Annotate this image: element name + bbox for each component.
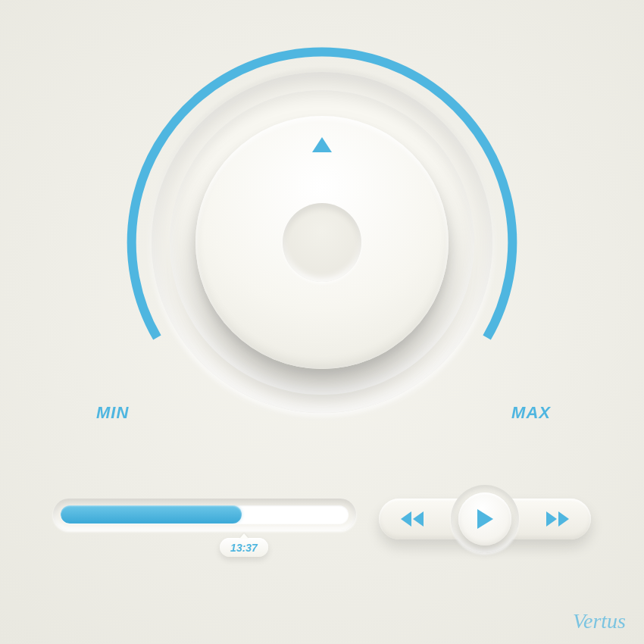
- rewind-button[interactable]: [394, 504, 430, 534]
- pointer-up-icon: [312, 137, 332, 152]
- rewind-icon: [399, 510, 426, 528]
- play-icon: [475, 508, 495, 530]
- brand-watermark: Vertus: [573, 609, 626, 633]
- dial-min-label: MIN: [96, 405, 129, 421]
- progress-bar-area: 13:37: [53, 499, 356, 530]
- volume-dial-area: MIN MAX: [110, 30, 534, 455]
- progress-fill: [61, 505, 242, 524]
- progress-track[interactable]: [61, 505, 349, 524]
- play-button[interactable]: [451, 485, 519, 553]
- progress-track-bg: [53, 499, 356, 530]
- time-tooltip: 13:37: [220, 538, 268, 557]
- knob-hub: [283, 203, 361, 282]
- dial-max-label: MAX: [511, 405, 551, 421]
- play-inner: [458, 492, 511, 546]
- forward-button[interactable]: [539, 504, 576, 534]
- forward-icon: [544, 510, 571, 528]
- transport-controls: [379, 491, 591, 547]
- dial-socket: [152, 72, 492, 413]
- volume-knob[interactable]: [195, 116, 449, 369]
